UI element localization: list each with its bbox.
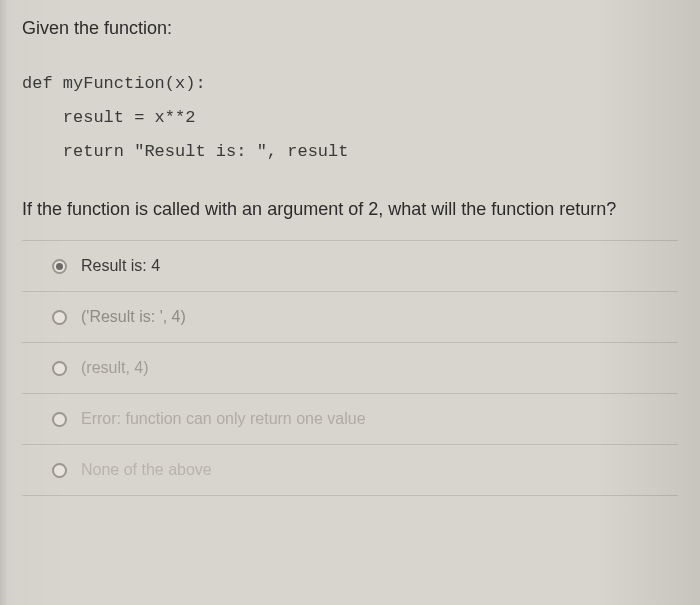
radio-icon[interactable] [52, 259, 67, 274]
option-row[interactable]: Error: function can only return one valu… [22, 394, 678, 445]
option-label: None of the above [81, 461, 212, 479]
radio-icon[interactable] [52, 463, 67, 478]
option-row[interactable]: Result is: 4 [22, 241, 678, 292]
question-intro: Given the function: [22, 18, 678, 39]
options-list: Result is: 4 ('Result is: ', 4) (result,… [22, 240, 678, 496]
option-label: Error: function can only return one valu… [81, 410, 366, 428]
radio-icon[interactable] [52, 310, 67, 325]
option-row[interactable]: ('Result is: ', 4) [22, 292, 678, 343]
radio-icon[interactable] [52, 361, 67, 376]
option-label: Result is: 4 [81, 257, 160, 275]
option-label: ('Result is: ', 4) [81, 308, 186, 326]
question-prompt: If the function is called with an argume… [22, 199, 678, 220]
option-label: (result, 4) [81, 359, 149, 377]
option-row[interactable]: (result, 4) [22, 343, 678, 394]
option-row[interactable]: None of the above [22, 445, 678, 496]
code-block: def myFunction(x): result = x**2 return … [22, 67, 678, 169]
radio-icon[interactable] [52, 412, 67, 427]
quiz-question: Given the function: def myFunction(x): r… [0, 0, 700, 496]
